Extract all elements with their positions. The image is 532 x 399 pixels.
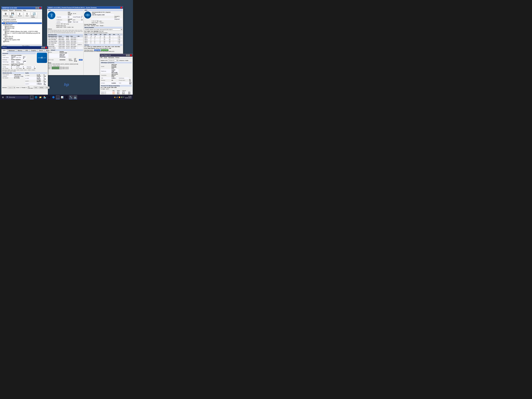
- tree-video-label: Video Adapter: [5, 38, 13, 39]
- tree-monitor-label: Monitor: [5, 41, 9, 42]
- processor-title: Processor: [2, 53, 36, 54]
- syssummary-close[interactable]: ✕: [120, 7, 122, 8]
- gpu-select-dropdown[interactable]: GPU #0: [92, 20, 98, 22]
- tree-cpu-group[interactable]: ➕ Central Processor(s): [2, 21, 42, 22]
- taskbar-icon-store[interactable]: 🏪: [43, 95, 47, 99]
- sensors-label: Sensors: [18, 15, 22, 17]
- taskbar-icon-app1[interactable]: 📊: [60, 95, 64, 99]
- taskbar-icon-security[interactable]: 🛡: [56, 95, 60, 99]
- cpuz-maximize[interactable]: □: [43, 47, 45, 49]
- cpuz-bottom-bar: Selection Socket #1 Cores 2 Threads 4 Ve…: [2, 86, 47, 89]
- start-button[interactable]: ⊞: [0, 95, 5, 100]
- intel-gpu-badge: Intel GRAPHICS intel: [84, 12, 91, 19]
- tab-about[interactable]: About: [44, 49, 51, 52]
- tree-smbios-label: SMBIOS DMI: [7, 27, 14, 29]
- savereport-icon: 💾: [11, 13, 14, 15]
- cpuz-close-btn[interactable]: Close: [45, 86, 50, 89]
- gpu-info-details: Intel Haswell-MB ULT GT2 - Integrated Gr…: [92, 12, 122, 23]
- toolbar-sensors[interactable]: 🌡 Sensors: [17, 12, 23, 18]
- tree-smbios[interactable]: 🔲 SMBIOS DMI: [2, 27, 42, 29]
- memory-module-select[interactable]: #0 [BANK 0/Bottom-Slot 1(left)]- Samsung…: [84, 29, 122, 31]
- menu-monitoring[interactable]: Monitoring: [15, 10, 21, 11]
- core1-clock: Core 1 2394 x24.00: [48, 68, 83, 69]
- syssummary-titlebar[interactable]: HWiNFO v6.42-4360 @ Hewlett-Packard HP E…: [47, 6, 123, 9]
- tab-graphics[interactable]: Graphics: [30, 49, 38, 52]
- ct-cpu-select[interactable]: Procesor #0: [108, 59, 118, 61]
- ct-processor-info: Model:Intel Core i5 4210U (Haswell-ULT) …: [101, 64, 132, 84]
- cpuz-minimize[interactable]: ─: [41, 47, 43, 49]
- taskbar-icon-app3[interactable]: 🔧: [69, 95, 73, 99]
- ct-menu-narzedzia[interactable]: Narzędzia: [108, 57, 114, 58]
- tree-desktop[interactable]: 💻 DESKTOP-1S1MT0P: [2, 19, 42, 21]
- clock-time: 13:46: [125, 96, 132, 97]
- tree-ram0[interactable]: 🔲 Row: 0 [BANK 0/Bottom-Slot 1(left)] - …: [2, 31, 42, 32]
- ct-menu-pomoc[interactable]: Pomoc: [115, 57, 119, 58]
- ct-temp-table: Min. Maks. Użycie Rdzeń #0: 60°C 30°C 67…: [101, 90, 132, 95]
- tree-pci[interactable]: 🔲 PCI Bus #0: [2, 36, 42, 37]
- taskbar-icon-app4[interactable]: 💻: [73, 95, 77, 99]
- tree-mobo-group[interactable]: ➕ Motherboard: [2, 24, 42, 26]
- cpuz-logo-area: intel CORE i5 inside CORE i5: [37, 53, 47, 72]
- tree-cpu[interactable]: 🔲 Intel Core i5-4210U: [2, 22, 42, 24]
- ct-minimize[interactable]: ─: [126, 54, 128, 56]
- minimize-button[interactable]: ─: [35, 7, 37, 9]
- ct-maximize[interactable]: □: [128, 54, 130, 56]
- tab-bench[interactable]: Bench: [38, 49, 44, 52]
- taskbar-clock: 13:46 28.04.2024: [125, 96, 132, 99]
- mem-type: DDR3-1600 / PC3-12800 DDR3 SDRAM SO-DIMM: [84, 32, 122, 33]
- cpuz-controls: ─ □ ✕: [41, 47, 47, 49]
- tree-memory-group[interactable]: ➕ Memory: [2, 29, 42, 31]
- tree-bus[interactable]: ➕ Bus: [2, 34, 42, 36]
- tree-video[interactable]: ➕ Video Adapter: [2, 37, 42, 39]
- taskbar-search-bar[interactable]: 🔍 Wyszukaj: [6, 96, 29, 99]
- tree-gpu[interactable]: 🔲 Intel HD Graphics 4400: [2, 39, 42, 41]
- tab-spd[interactable]: SPD: [24, 49, 30, 52]
- taskbar-icon-edge[interactable]: 🌐: [34, 95, 38, 99]
- tree-acpi[interactable]: 🔲 ACPI Devices: [2, 26, 42, 27]
- toolbar-summary[interactable]: 🖥 Summary: [2, 12, 9, 18]
- hwinfo-titlebar[interactable]: HWiNFO64 v6.42-4360 ─ □ ✕: [1, 6, 42, 9]
- cpu-info-details: Intel Core i5-4210U22 nm SteppingD0Cores…: [56, 12, 83, 28]
- cpuz-validate-btn[interactable]: Validate: [39, 86, 44, 89]
- sensors-icon: 🌡: [19, 13, 21, 15]
- taskbar-icon-explorer[interactable]: 📁: [38, 95, 43, 99]
- hwinfo-tree[interactable]: 💻 DESKTOP-1S1MT0P ➕ Central Processor(s)…: [1, 19, 42, 44]
- socket-select[interactable]: Socket #1: [8, 87, 15, 89]
- toolbar-driverupdate[interactable]: 🔄 Driver Update: [31, 12, 38, 18]
- core0-clock: Core 0 2394 x24.00: [48, 67, 83, 68]
- cpu-select-dropdown[interactable]: CPU #0: [56, 23, 63, 25]
- cpuz-close[interactable]: ✕: [45, 47, 47, 49]
- tree-monitor[interactable]: 🔲 Monitor: [2, 41, 42, 42]
- taskbar-icon-app2[interactable]: ⚙: [64, 95, 69, 99]
- cpuz-tools-btn[interactable]: Tools: [34, 86, 38, 89]
- freq-table: FreqCLRCDRPRASRCExt.V 800.01111112839-1.…: [84, 34, 122, 44]
- tab-memory[interactable]: Memory: [16, 49, 24, 52]
- ct-menu-plik[interactable]: Plik: [100, 57, 102, 58]
- cpu-info-row: intel CORE i5 inside Intel Core i5-4210U…: [48, 12, 83, 28]
- menu-program[interactable]: Program: [2, 10, 7, 11]
- tree-ram1[interactable]: 🔲 Row: 2 - 4 GB PC3-12800 DDR3 SDRAMSams…: [2, 32, 42, 34]
- ct-menu-opcje[interactable]: Opcje: [104, 57, 107, 58]
- tab-mainboard[interactable]: Mainboard: [7, 49, 16, 52]
- cache-section: Cache L1 Data2 x 32 KBytes8-way L1 Inst.…: [25, 72, 47, 85]
- menu-help[interactable]: Help: [23, 10, 26, 11]
- close-button[interactable]: ✕: [39, 7, 41, 9]
- taskbar-icon-mail[interactable]: ✉: [47, 95, 51, 99]
- cpuz-titlebar[interactable]: CPU-Z ─ □ ✕: [1, 46, 48, 49]
- toolbar-savereport[interactable]: 💾 Save Report: [9, 12, 16, 18]
- savereport-label: Save Report: [10, 15, 16, 18]
- tab-cpu[interactable]: CPU: [1, 49, 7, 52]
- cpuz-tabs: CPU Mainboard Memory SPD Graphics Bench …: [1, 49, 48, 52]
- ct-power-row: Moc: 5.1W <0.1W 3.5W 0.8W: [101, 87, 132, 88]
- core1-progress: [52, 68, 59, 69]
- taskbar-icon-hwinfo[interactable]: 🖥: [30, 95, 34, 99]
- tray-icon-network: 🔔: [114, 96, 116, 98]
- syssummary-title: HWiNFO v6.42-4360 @ Hewlett-Packard HP E…: [48, 7, 97, 8]
- taskbar-icon-chrome[interactable]: 🔵: [51, 95, 56, 99]
- coretemp-titlebar[interactable]: Core Temp 1.18 ─ □ ✕: [100, 54, 133, 57]
- tree-memory-label: Memory: [5, 29, 10, 31]
- maximize-button[interactable]: □: [38, 7, 39, 9]
- ct-close[interactable]: ✕: [130, 54, 132, 56]
- menu-report[interactable]: Report: [9, 10, 13, 11]
- toolbar-about[interactable]: ℹ About: [24, 12, 30, 18]
